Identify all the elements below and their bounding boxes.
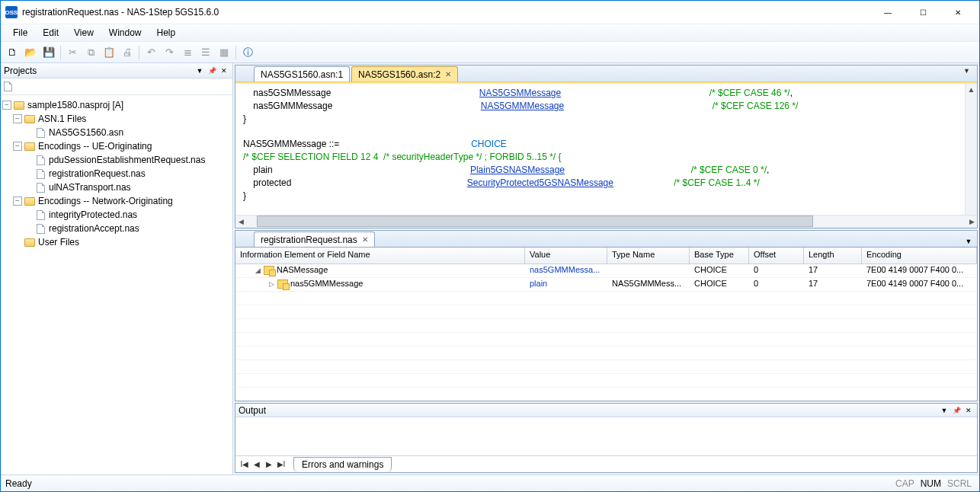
save-button[interactable]: 💾	[40, 44, 57, 61]
scroll-right-icon[interactable]: ▶	[966, 216, 977, 228]
close-icon[interactable]: ✕	[445, 70, 451, 78]
detail-tab[interactable]: registrationRequest.nas✕	[254, 232, 375, 247]
maximize-button[interactable]: ☐	[906, 2, 940, 23]
window-title: registrationRequest.nas - NAS-1Step 5GS1…	[22, 7, 871, 18]
new-file-button[interactable]: 🗋	[4, 44, 21, 61]
projects-panel: Projects ▼ 📌 ✕ − sample1580.nasproj [A] …	[1, 63, 233, 474]
panel-pin-icon[interactable]: 📌	[207, 65, 217, 76]
tool-indent[interactable]: ≣	[179, 44, 196, 61]
vertical-scrollbar[interactable]: ▲	[965, 84, 977, 215]
struct-icon	[277, 280, 288, 289]
panel-close-icon[interactable]: ✕	[963, 405, 974, 416]
tree-asn1-file[interactable]: NAS5GS1560.asn	[2, 126, 231, 139]
folder-icon	[14, 101, 24, 110]
tree-net-file2[interactable]: registrationAccept.nas	[2, 222, 231, 235]
scrollbar-thumb[interactable]	[257, 216, 813, 227]
tree-asn1-folder[interactable]: − ASN.1 Files	[2, 112, 231, 126]
close-icon[interactable]: ✕	[362, 235, 368, 244]
editor-tab-2[interactable]: NAS5GS1560.asn:2✕	[351, 66, 458, 81]
scroll-left-icon[interactable]: ◀	[235, 216, 246, 228]
status-ready: Ready	[5, 478, 32, 489]
tree-root[interactable]: − sample1580.nasproj [A]	[2, 98, 231, 112]
nav-first-icon[interactable]: I◀	[239, 458, 251, 471]
tab-overflow-icon[interactable]: ▼	[963, 236, 974, 247]
cut-button[interactable]: ✂	[64, 44, 81, 61]
tab-label: Errors and warnings	[302, 459, 383, 470]
code-text: }	[243, 113, 246, 124]
menu-edit[interactable]: Edit	[35, 25, 66, 40]
expand-toggle[interactable]: −	[13, 114, 22, 123]
copy-button[interactable]: ⧉	[82, 44, 99, 61]
tool-undo[interactable]: ↶	[143, 44, 159, 61]
nav-last-icon[interactable]: ▶I	[275, 458, 287, 471]
tree-ue-file1[interactable]: pduSessionEstablishmentRequest.nas	[2, 153, 231, 167]
empty-row	[235, 360, 977, 374]
code-editor[interactable]: nas5GSMMessage NAS5GSMMessage /* $CEF CA…	[235, 82, 977, 215]
empty-row	[235, 319, 977, 333]
nav-prev-icon[interactable]: ◀	[251, 458, 263, 471]
paste-button[interactable]: 📋	[101, 44, 117, 61]
menu-help[interactable]: Help	[149, 25, 184, 40]
column-header-base[interactable]: Base Type	[690, 248, 749, 264]
output-nav: I◀ ◀ ▶ ▶I	[235, 458, 290, 471]
tree-label: integrityProtected.nas	[49, 209, 137, 220]
new-project-icon[interactable]	[4, 81, 12, 91]
expand-toggle[interactable]: ▷	[267, 280, 275, 288]
menu-window[interactable]: Window	[101, 25, 149, 40]
table-row[interactable]: ◢NASMessagenas5GMMMessa...CHOICE0177E00 …	[235, 264, 977, 278]
type-link[interactable]: NAS5GMMMessage	[481, 101, 564, 111]
column-header-offset[interactable]: Offset	[749, 248, 804, 264]
comment: /* $CEF CASE 46 */	[709, 88, 790, 98]
tree-ue-file2[interactable]: registrationRequest.nas	[2, 167, 231, 181]
editor-tab-1[interactable]: NAS5GS1560.asn:1	[254, 66, 350, 81]
table-row[interactable]: ▷nas5GMMMessageplainNAS5GMMMess...CHOICE…	[235, 278, 977, 292]
file-icon	[37, 128, 45, 138]
output-tab-errors[interactable]: Errors and warnings	[293, 457, 392, 472]
comment: /* $CEF CASE 0 */	[691, 165, 767, 175]
status-scrl: SCRL	[944, 478, 975, 489]
projects-tree[interactable]: − sample1580.nasproj [A] − ASN.1 Files N…	[1, 95, 232, 474]
expand-toggle[interactable]: −	[13, 196, 22, 206]
tree-user-files-folder[interactable]: User Files	[2, 235, 231, 249]
print-button[interactable]: 🖨	[119, 44, 136, 61]
file-icon	[37, 183, 45, 193]
column-header-type[interactable]: Type Name	[607, 248, 690, 264]
tree-enc-net-folder[interactable]: − Encodings -- Network-Originating	[2, 194, 231, 208]
tool-redo[interactable]: ↷	[161, 44, 178, 61]
expand-toggle[interactable]: −	[2, 101, 11, 110]
menu-view[interactable]: View	[66, 25, 101, 40]
minimize-button[interactable]: —	[871, 2, 905, 23]
tree-enc-ue-folder[interactable]: − Encodings -- UE-Originating	[2, 139, 231, 153]
detail-grid[interactable]: Information Element or Field Name Value …	[235, 248, 977, 401]
tool-grid[interactable]: ▦	[216, 44, 232, 61]
tab-overflow-icon[interactable]: ▼	[963, 67, 975, 75]
nav-next-icon[interactable]: ▶	[263, 458, 275, 471]
tool-outdent[interactable]: ☰	[197, 44, 214, 61]
type-link[interactable]: Plain5GSNASMessage	[470, 165, 565, 175]
scroll-up-icon[interactable]: ▲	[966, 84, 977, 96]
empty-row	[235, 333, 977, 347]
expand-toggle[interactable]: −	[13, 142, 22, 151]
column-header-name[interactable]: Information Element or Field Name	[235, 248, 525, 264]
column-header-value[interactable]: Value	[525, 248, 607, 264]
menu-file[interactable]: File	[5, 25, 35, 40]
panel-close-icon[interactable]: ✕	[219, 65, 229, 76]
help-button[interactable]: ⓘ	[239, 44, 256, 61]
close-button[interactable]: ✕	[941, 2, 975, 23]
app-icon: OSS	[5, 6, 18, 18]
output-body[interactable]	[235, 417, 977, 455]
tree-ue-file3[interactable]: ulNASTransport.nas	[2, 181, 231, 194]
type-link[interactable]: NAS5GSMMessage	[479, 88, 561, 98]
panel-pin-icon[interactable]: 📌	[951, 405, 962, 416]
type-link[interactable]: SecurityProtected5GSNASMessage	[467, 177, 613, 188]
panel-dropdown-icon[interactable]: ▼	[939, 405, 950, 416]
expand-toggle[interactable]: ◢	[254, 267, 261, 274]
column-header-encoding[interactable]: Encoding	[862, 248, 977, 264]
detail-tabstrip: registrationRequest.nas✕ ▼	[235, 231, 977, 248]
projects-panel-title: Projects	[4, 65, 37, 76]
column-header-length[interactable]: Length	[804, 248, 862, 264]
panel-dropdown-icon[interactable]: ▼	[194, 65, 205, 76]
horizontal-scrollbar[interactable]: ◀ ▶	[235, 215, 977, 228]
tree-net-file1[interactable]: integrityProtected.nas	[2, 208, 231, 222]
open-file-button[interactable]: 📂	[22, 44, 39, 61]
